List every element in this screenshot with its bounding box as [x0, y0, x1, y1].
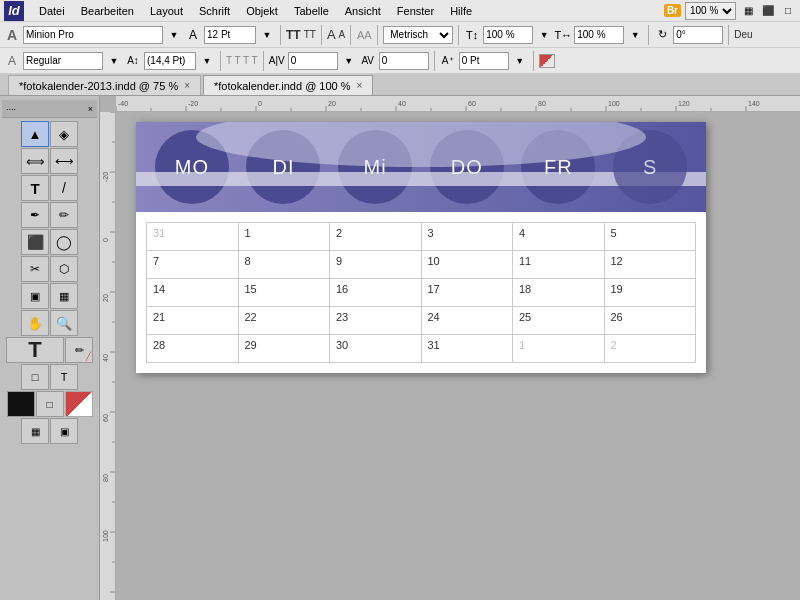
- track-input[interactable]: [379, 52, 429, 70]
- ruler-horizontal: -40 -20 0 20 40 60 80: [116, 96, 800, 112]
- view-icon3[interactable]: □: [780, 3, 796, 19]
- tt-label1: TT: [286, 28, 301, 42]
- tool-row-frames: □ T: [2, 364, 97, 390]
- tab-fotokalender-100[interactable]: *fotokalender.indd @ 100 % ×: [203, 75, 373, 95]
- tool-direct-select[interactable]: ◈: [50, 121, 78, 147]
- ruler-h-svg: -40 -20 0 20 40 60 80: [116, 96, 800, 112]
- leading-input[interactable]: [144, 52, 196, 70]
- tt-label2: TT: [304, 29, 316, 40]
- style-dropdown[interactable]: ▼: [106, 53, 122, 69]
- cal-cell: 24: [421, 307, 513, 335]
- typo-icon1: A: [327, 27, 336, 42]
- cal-cell: 11: [513, 251, 605, 279]
- scale-dropdown2[interactable]: ▼: [627, 27, 643, 43]
- typo-icon2: A: [339, 29, 346, 40]
- bridge-badge[interactable]: Br: [664, 4, 681, 17]
- tab-fotokalender-75[interactable]: *fotokalender-2013.indd @ 75 % ×: [8, 75, 201, 95]
- tool-row-gradient: ▣ ▦: [2, 283, 97, 309]
- tool-swap[interactable]: [65, 391, 93, 417]
- svg-text:60: 60: [468, 100, 476, 107]
- tool-ellipse[interactable]: ◯: [50, 229, 78, 255]
- cal-cell: 5: [604, 223, 696, 251]
- tool-view2[interactable]: ▣: [50, 418, 78, 444]
- tool-frame2[interactable]: T: [50, 364, 78, 390]
- kern-dropdown[interactable]: ▼: [341, 53, 357, 69]
- view-icon1[interactable]: ▦: [740, 3, 756, 19]
- ruler-vertical: -20 0 20 40 60 80 100: [100, 112, 116, 600]
- menu-datei[interactable]: Datei: [32, 3, 72, 19]
- menu-bearbeiten[interactable]: Bearbeiten: [74, 3, 141, 19]
- menu-ansicht[interactable]: Ansicht: [338, 3, 388, 19]
- angle-input[interactable]: [673, 26, 723, 44]
- font-style-input[interactable]: [23, 52, 103, 70]
- tool-pencil[interactable]: ✏: [50, 202, 78, 228]
- svg-text:0: 0: [102, 238, 109, 242]
- svg-text:20: 20: [102, 294, 109, 302]
- tool-gradient2[interactable]: ▦: [50, 283, 78, 309]
- cal-cell: 22: [238, 307, 330, 335]
- menu-right: Br 100 % 75 % 150 % ▦ ⬛ □: [664, 2, 796, 20]
- tool-shape[interactable]: ⬡: [50, 256, 78, 282]
- tools-close[interactable]: ×: [88, 104, 93, 114]
- view-icon2[interactable]: ⬛: [760, 3, 776, 19]
- scale-dropdown1[interactable]: ▼: [536, 27, 552, 43]
- baseline-icon: A⁺: [440, 53, 456, 69]
- leading-dropdown[interactable]: ▼: [199, 53, 215, 69]
- menu-hilfe[interactable]: Hilfe: [443, 3, 479, 19]
- tool-fill-none[interactable]: □: [36, 391, 64, 417]
- track-icon: AV: [360, 53, 376, 69]
- menu-tabelle[interactable]: Tabelle: [287, 3, 336, 19]
- tool-text[interactable]: T: [21, 175, 49, 201]
- menu-fenster[interactable]: Fenster: [390, 3, 441, 19]
- document-canvas[interactable]: MO DI Mi DO FR: [116, 112, 800, 600]
- svg-text:20: 20: [328, 100, 336, 107]
- cal-cell: 12: [604, 251, 696, 279]
- tool-select[interactable]: ▲: [21, 121, 49, 147]
- tool-gradient[interactable]: ▣: [21, 283, 49, 309]
- menu-schrift[interactable]: Schrift: [192, 3, 237, 19]
- tool-fill-black[interactable]: [7, 391, 35, 417]
- cal-cell: 28: [147, 335, 239, 363]
- scale-v-input[interactable]: [483, 26, 533, 44]
- svg-rect-0: [116, 96, 800, 112]
- sep9: [263, 51, 264, 71]
- menu-objekt[interactable]: Objekt: [239, 3, 285, 19]
- font-size-dropdown[interactable]: ▼: [259, 27, 275, 43]
- tool-rect-frame[interactable]: ⬛: [21, 229, 49, 255]
- tab-close-0[interactable]: ×: [184, 80, 190, 91]
- kern-input[interactable]: [288, 52, 338, 70]
- cal-cell: 10: [421, 251, 513, 279]
- tab-close-1[interactable]: ×: [357, 80, 363, 91]
- metric-select[interactable]: Metrisch Optisch: [383, 26, 453, 44]
- tool-gap[interactable]: ⟺: [21, 148, 49, 174]
- font-size-input[interactable]: [204, 26, 256, 44]
- tool-pen2[interactable]: ✏ ╱: [65, 337, 93, 363]
- tool-view1[interactable]: ▦: [21, 418, 49, 444]
- day-label-s: S: [643, 156, 657, 179]
- tab-label-0: *fotokalender-2013.indd @ 75 %: [19, 80, 178, 92]
- font-dropdown-icon[interactable]: ▼: [166, 27, 182, 43]
- tool-row-view: ▦ ▣: [2, 418, 97, 444]
- tool-pen[interactable]: ✒: [21, 202, 49, 228]
- tool-text-large[interactable]: T: [6, 337, 64, 363]
- tool-row-move: ⟺ ⟷: [2, 148, 97, 174]
- baseline-input[interactable]: [459, 52, 509, 70]
- tool-zoom[interactable]: 🔍: [50, 310, 78, 336]
- menu-layout[interactable]: Layout: [143, 3, 190, 19]
- svg-text:140: 140: [748, 100, 760, 107]
- color-box-red[interactable]: [539, 54, 555, 68]
- scale-h-input[interactable]: [574, 26, 624, 44]
- font-name-input[interactable]: [23, 26, 163, 44]
- zoom-select[interactable]: 100 % 75 % 150 %: [685, 2, 736, 20]
- tool-hand[interactable]: ✋: [21, 310, 49, 336]
- tool-column[interactable]: ⟷: [50, 148, 78, 174]
- tool-row-select: ▲ ◈: [2, 121, 97, 147]
- svg-text:-20: -20: [188, 100, 198, 107]
- baseline-dropdown[interactable]: ▼: [512, 53, 528, 69]
- tool-frame1[interactable]: □: [21, 364, 49, 390]
- tab-label-1: *fotokalender.indd @ 100 %: [214, 80, 351, 92]
- sep10: [434, 51, 435, 71]
- tool-line[interactable]: /: [50, 175, 78, 201]
- leading-icon: A↕: [125, 53, 141, 69]
- tool-scissors[interactable]: ✂: [21, 256, 49, 282]
